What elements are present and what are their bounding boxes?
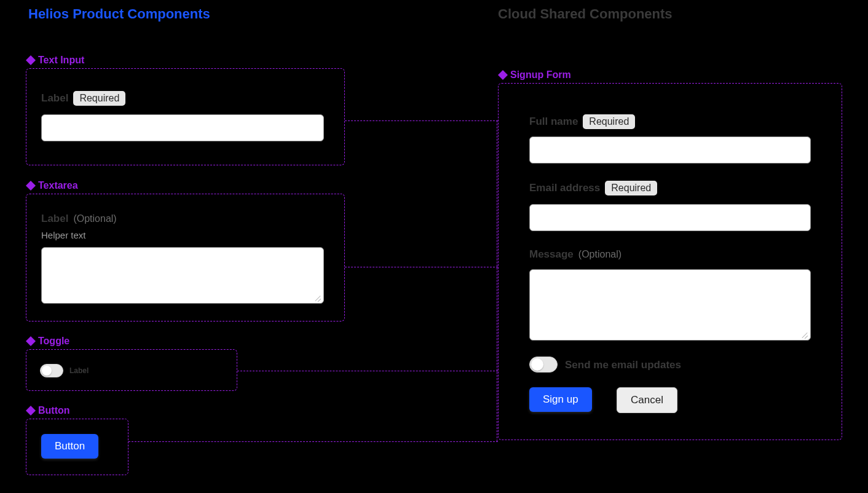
signup-fullname-label: Full name [529,116,578,128]
diamond-icon [26,55,36,65]
toggle-knob [531,358,543,371]
resize-grip-icon[interactable] [800,330,808,337]
text-input-field[interactable] [41,114,324,141]
signup-toggle-label: Send me email updates [565,359,681,371]
textarea-label-row: Label (Optional) [41,213,117,225]
component-label-button: Button [26,405,70,416]
component-name: Toggle [38,336,69,347]
connector-toggle [237,371,498,371]
button-primary[interactable]: Button [41,434,98,459]
button-container: Button [26,419,128,475]
signup-message-label-row: Message (Optional) [529,248,621,261]
component-name: Signup Form [510,69,571,81]
signup-submit-button[interactable]: Sign up [529,387,592,412]
connector-vertical [497,120,497,441]
signup-toggle[interactable] [529,357,558,373]
signup-email-input[interactable] [529,204,811,231]
signup-cancel-button[interactable]: Cancel [617,387,677,413]
connector-button [128,441,498,442]
textarea-label: Label [41,213,68,225]
signup-fullname-label-row: Full name Required [529,114,635,129]
connector-text-input [345,120,498,121]
connector-textarea [345,267,498,267]
component-name: Textarea [38,180,78,191]
diamond-icon [26,336,36,346]
required-badge: Required [583,114,635,129]
signup-email-label-row: Email address Required [529,181,657,195]
text-input-label: Label [41,92,68,105]
toggle-knob [42,366,52,376]
resize-grip-icon[interactable] [314,293,321,301]
diamond-icon [26,406,36,416]
text-input-container: Label Required [26,68,345,165]
required-badge: Required [605,181,657,195]
toggle-container: Label [26,349,237,391]
component-name: Button [38,405,70,416]
page-title-left: Helios Product Components [28,6,210,22]
required-badge: Required [73,91,125,106]
component-label-toggle: Toggle [26,336,69,347]
component-label-text-input: Text Input [26,55,84,66]
signup-email-label: Email address [529,182,600,194]
signup-fullname-input[interactable] [529,136,811,164]
component-name: Text Input [38,55,84,66]
component-label-textarea: Textarea [26,180,78,191]
signup-message-textarea[interactable] [529,269,811,341]
page-title-right: Cloud Shared Components [498,6,673,22]
textarea-helper: Helper text [41,230,86,240]
diamond-icon [26,181,36,191]
toggle-label: Label [69,366,89,375]
component-label-signup-form: Signup Form [498,69,571,81]
signup-message-label: Message [529,248,574,261]
optional-text: (Optional) [73,213,116,224]
text-input-label-row: Label Required [41,91,125,106]
signup-form-container: Full name Required Email address Require… [498,83,842,440]
diamond-icon [498,70,508,80]
textarea-field[interactable] [41,247,324,304]
optional-text: (Optional) [578,249,621,260]
toggle-switch[interactable] [40,364,63,377]
textarea-container: Label (Optional) Helper text [26,194,345,321]
